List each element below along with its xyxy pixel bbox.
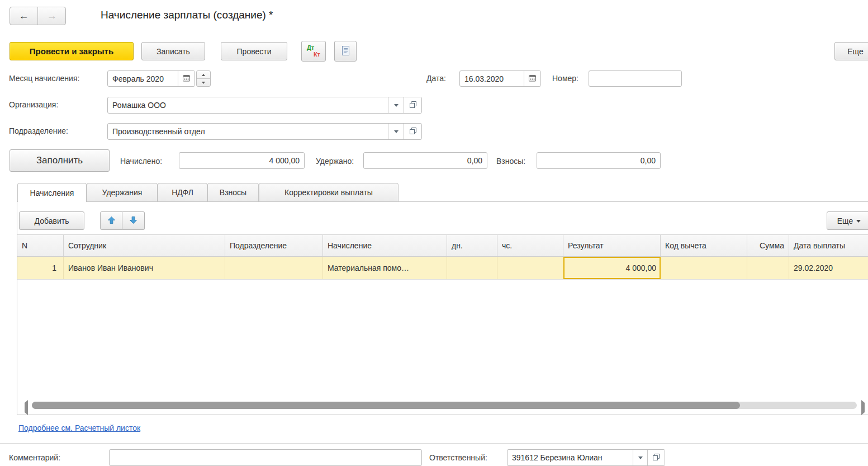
accrued-input[interactable] — [179, 152, 305, 169]
chevron-down-icon — [638, 456, 643, 462]
col-header-sum[interactable]: Сумма — [747, 235, 789, 256]
accrued-label: Начислено: — [120, 157, 162, 166]
move-row-down-button[interactable] — [122, 211, 145, 230]
chevron-down-icon — [856, 220, 861, 225]
withheld-input[interactable] — [363, 152, 487, 169]
responsible-label: Ответственный: — [429, 453, 487, 462]
cell-pay-date[interactable]: 29.02.2020 — [789, 257, 868, 279]
date-field[interactable]: 16.03.2020 — [459, 70, 541, 87]
dtkt-postings-button[interactable]: ДтКт — [301, 41, 326, 62]
back-button[interactable]: ← — [10, 7, 37, 25]
salary-accrual-window: ← → Начисление зарплаты (создание) * Про… — [0, 0, 868, 466]
tab-deductions[interactable]: Удержания — [87, 183, 158, 201]
table-header-row: N Сотрудник Подразделение Начисление дн.… — [17, 234, 868, 257]
more-button-top[interactable]: Еще — [834, 42, 868, 60]
col-header-department[interactable]: Подразделение — [225, 235, 323, 256]
col-header-days[interactable]: дн. — [447, 235, 497, 256]
month-calendar-button[interactable] — [178, 71, 195, 86]
accruals-tab-panel: Добавить Еще N Сотрудник Подразделение Н… — [17, 201, 868, 415]
post-button[interactable]: Провести — [221, 42, 287, 60]
table-row[interactable]: 1 Иванов Иван Иванович Материальная помо… — [17, 257, 868, 280]
arrow-down-icon — [129, 216, 137, 226]
withheld-label: Удержано: — [316, 157, 354, 166]
tab-contributions[interactable]: Взносы — [207, 183, 259, 201]
comment-label: Комментарий: — [9, 453, 60, 462]
tab-accruals[interactable]: Начисления — [17, 183, 87, 202]
department-value[interactable]: Производственный отдел — [108, 124, 388, 139]
cell-hours[interactable] — [497, 257, 563, 279]
month-value[interactable]: Февраль 2020 — [108, 71, 178, 86]
col-header-employee[interactable]: Сотрудник — [64, 235, 225, 256]
department-dropdown-button[interactable] — [388, 124, 404, 139]
cell-sum[interactable] — [747, 257, 789, 279]
step-down-icon — [202, 82, 205, 86]
tab-payment-adjustments[interactable]: Корректировки выплаты — [259, 183, 399, 201]
more-button-label: Еще — [837, 216, 853, 225]
forward-button[interactable]: → — [37, 7, 65, 25]
col-header-pay-date[interactable]: Дата выплаты — [789, 235, 868, 256]
page-title: Начисление зарплаты (создание) * — [101, 9, 273, 21]
dtkt-icon: ДтКт — [307, 45, 320, 58]
calendar-icon — [529, 74, 536, 84]
month-step-down-button[interactable] — [197, 78, 210, 86]
open-item-icon — [653, 453, 660, 463]
organization-open-button[interactable] — [404, 97, 421, 113]
date-calendar-button[interactable] — [524, 71, 540, 86]
organization-dropdown-button[interactable] — [388, 97, 404, 113]
report-button[interactable] — [334, 41, 357, 62]
organization-label: Организация: — [9, 100, 58, 109]
hscroll-track[interactable] — [32, 402, 857, 409]
organization-field[interactable]: Ромашка ООО — [107, 97, 422, 114]
footer-divider — [0, 443, 868, 444]
save-button[interactable]: Записать — [141, 42, 205, 60]
hscroll-left-arrow[interactable] — [22, 403, 28, 413]
history-nav-group: ← → — [10, 7, 66, 25]
hscroll-thumb[interactable] — [32, 402, 740, 409]
department-open-button[interactable] — [404, 124, 421, 139]
open-item-icon — [410, 126, 416, 136]
open-item-icon — [410, 100, 416, 110]
col-header-deduction-code[interactable]: Код вычета — [661, 235, 747, 256]
payslip-link[interactable]: Подробнее см. Расчетный листок — [18, 423, 140, 432]
fill-button[interactable]: Заполнить — [10, 149, 110, 172]
responsible-dropdown-button[interactable] — [633, 450, 647, 465]
responsible-open-button[interactable] — [647, 450, 665, 465]
cell-days[interactable] — [447, 257, 497, 279]
step-up-icon — [202, 72, 205, 76]
col-header-n[interactable]: N — [17, 235, 64, 256]
number-label: Номер: — [552, 74, 578, 83]
more-button-table[interactable]: Еще — [827, 211, 868, 230]
cell-n[interactable]: 1 — [17, 257, 64, 279]
hscroll-right-arrow[interactable] — [861, 403, 867, 413]
add-row-button[interactable]: Добавить — [19, 211, 84, 230]
post-and-close-button[interactable]: Провести и закрыть — [10, 42, 134, 60]
cell-department[interactable] — [225, 257, 323, 279]
number-input[interactable] — [589, 70, 682, 87]
date-label: Дата: — [426, 74, 446, 83]
back-arrow-icon: ← — [19, 10, 29, 22]
date-value[interactable]: 16.03.2020 — [460, 71, 524, 86]
col-header-accrual[interactable]: Начисление — [323, 235, 447, 256]
col-header-result[interactable]: Результат — [563, 235, 661, 256]
cell-deduction-code[interactable] — [661, 257, 747, 279]
responsible-field[interactable]: 391612 Березина Юлиан — [507, 449, 665, 466]
month-step-up-button[interactable] — [197, 71, 210, 78]
tab-ndfl[interactable]: НДФЛ — [158, 183, 207, 201]
contributions-input[interactable] — [537, 152, 661, 169]
col-header-hours[interactable]: чс. — [497, 235, 563, 256]
month-field[interactable]: Февраль 2020 — [107, 70, 195, 87]
cell-employee[interactable]: Иванов Иван Иванович — [64, 257, 225, 279]
cell-accrual[interactable]: Материальная помо… — [323, 257, 447, 279]
month-stepper — [196, 70, 211, 87]
contributions-label: Взносы: — [496, 157, 525, 166]
move-row-up-button[interactable] — [100, 211, 122, 230]
responsible-value[interactable]: 391612 Березина Юлиан — [507, 450, 633, 465]
calendar-icon — [183, 74, 190, 84]
row-move-group — [100, 211, 145, 230]
cell-result-selected[interactable]: 4 000,00 — [563, 257, 661, 279]
organization-value[interactable]: Ромашка ООО — [108, 97, 388, 113]
chevron-down-icon — [394, 104, 399, 109]
arrow-up-icon — [107, 216, 116, 226]
department-field[interactable]: Производственный отдел — [107, 123, 422, 140]
comment-input[interactable] — [109, 449, 422, 466]
